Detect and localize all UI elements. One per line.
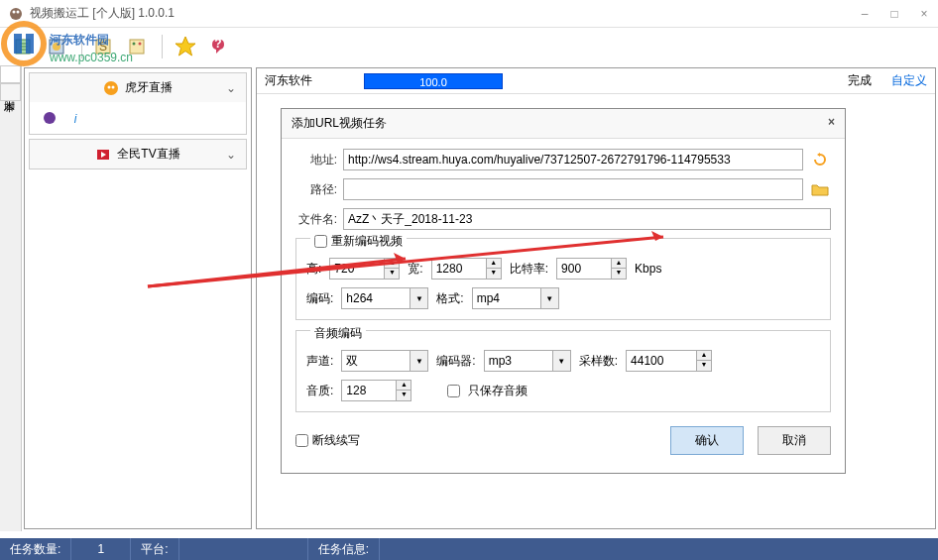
task-count-label: 任务数量: — [0, 538, 71, 560]
svg-point-15 — [139, 43, 142, 46]
spinner-up[interactable]: ▲ — [487, 259, 501, 269]
sample-input[interactable] — [626, 350, 697, 372]
combo-dropdown[interactable]: ▼ — [410, 350, 428, 372]
spinner-up[interactable]: ▲ — [697, 351, 711, 361]
close-button[interactable]: × — [918, 8, 930, 20]
spinner-up[interactable]: ▲ — [385, 259, 399, 269]
ok-button[interactable]: 确认 — [670, 426, 744, 455]
status-text: 完成 — [848, 72, 872, 89]
sidebar-item-quanmintv[interactable]: 全民TV直播 ⌄ — [30, 140, 246, 168]
chevron-down-icon: ⌄ — [226, 148, 236, 162]
dialog-close-button[interactable]: × — [828, 115, 835, 132]
titlebar: 视频搬运工 [个人版] 1.0.0.1 – □ × — [0, 0, 938, 28]
toolbar-button-4[interactable] — [124, 32, 154, 61]
svg-point-2 — [17, 10, 20, 13]
chevron-down-icon: ⌄ — [226, 81, 236, 95]
side-tab-scripts[interactable]: 脚本 — [0, 83, 21, 101]
svg-point-19 — [112, 85, 115, 88]
huya-icon — [103, 80, 119, 96]
platform-label: 平台: — [131, 538, 178, 560]
url-input[interactable] — [343, 149, 803, 170]
url-label: 地址: — [295, 152, 337, 168]
path-label: 路径: — [295, 181, 337, 198]
spinner-down[interactable]: ▼ — [487, 269, 501, 279]
combo-dropdown[interactable]: ▼ — [553, 350, 571, 372]
path-input[interactable] — [343, 178, 803, 200]
format-label: 格式: — [436, 290, 463, 307]
info-icon[interactable]: i — [67, 110, 83, 126]
toolbar-star-button[interactable] — [171, 32, 200, 61]
task-info-label: 任务信息: — [308, 538, 380, 560]
format-combo[interactable] — [472, 287, 541, 309]
purple-dot-icon[interactable] — [42, 110, 58, 126]
sample-label: 采样数: — [579, 353, 618, 370]
toolbar-separator — [81, 35, 82, 58]
add-url-dialog: 添加URL视频任务 × 地址: 路径: 文件名: — [281, 108, 846, 474]
content-title: 河东软件 — [265, 72, 364, 89]
statusbar: 任务数量: 1 平台: 任务信息: — [0, 538, 938, 560]
svg-point-20 — [44, 112, 56, 124]
audio-legend: 音频编码 — [310, 325, 366, 342]
channels-combo[interactable] — [341, 350, 410, 372]
kbps-label: Kbps — [635, 262, 661, 276]
sidebar-item-huya[interactable]: 虎牙直播 ⌄ — [30, 73, 246, 102]
codec-combo[interactable] — [341, 287, 410, 309]
content-area: 河东软件 100.0 完成 自定义 添加URL视频任务 × 地址: 路径: — [256, 67, 936, 529]
svg-point-10 — [53, 43, 60, 51]
resume-checkbox[interactable] — [295, 434, 308, 447]
custom-link[interactable]: 自定义 — [891, 72, 927, 89]
toolbar-button-1[interactable] — [10, 32, 40, 61]
channels-label: 声道: — [306, 353, 333, 370]
reencode-label: 重新编码视频 — [331, 233, 403, 250]
width-label: 宽: — [408, 261, 422, 278]
combo-dropdown[interactable]: ▼ — [410, 287, 428, 309]
audio-only-label: 只保存音频 — [468, 383, 528, 399]
spinner-up[interactable]: ▲ — [612, 259, 626, 269]
sidebar: 虎牙直播 ⌄ i 全民TV直播 ⌄ — [24, 67, 252, 529]
filename-input[interactable] — [343, 208, 831, 230]
svg-point-17 — [104, 81, 118, 95]
reencode-checkbox[interactable] — [314, 235, 327, 248]
spinner-down[interactable]: ▼ — [397, 391, 410, 400]
audio-only-checkbox[interactable] — [447, 385, 460, 397]
toolbar-button-2[interactable] — [44, 32, 73, 61]
sidebar-item-label: 虎牙直播 — [125, 79, 173, 96]
spinner-up[interactable]: ▲ — [397, 381, 410, 391]
spinner-down[interactable]: ▼ — [385, 269, 399, 279]
svg-rect-13 — [130, 40, 144, 54]
cancel-button[interactable]: 取消 — [758, 426, 831, 455]
height-label: 高: — [306, 261, 321, 278]
codec-label: 编码: — [306, 290, 333, 307]
minimize-button[interactable]: – — [859, 8, 871, 20]
dialog-title: 添加URL视频任务 — [292, 115, 387, 132]
resume-label: 断线续写 — [312, 432, 360, 449]
encoder-combo[interactable] — [484, 350, 553, 372]
svg-point-18 — [108, 85, 111, 88]
spinner-down[interactable]: ▼ — [612, 269, 626, 279]
spinner-down[interactable]: ▼ — [697, 361, 711, 371]
toolbar-button-3[interactable]: S — [90, 32, 120, 61]
height-input[interactable] — [329, 258, 385, 280]
svg-text:S: S — [99, 40, 107, 54]
sidebar-item-body: i — [30, 102, 246, 134]
quality-input[interactable] — [341, 380, 397, 401]
svg-point-1 — [13, 10, 16, 13]
side-tab-extensions[interactable]: 扩展 — [0, 65, 21, 83]
maximize-button[interactable]: □ — [888, 8, 900, 20]
sidebar-item-label: 全民TV直播 — [117, 146, 179, 163]
window-title: 视频搬运工 [个人版] 1.0.0.1 — [30, 5, 859, 22]
refresh-icon[interactable] — [809, 150, 831, 169]
filename-label: 文件名: — [295, 211, 337, 228]
bitrate-label: 比特率: — [510, 261, 548, 278]
folder-browse-icon[interactable] — [809, 179, 831, 199]
svg-point-0 — [10, 8, 22, 20]
combo-dropdown[interactable]: ▼ — [541, 287, 559, 309]
width-input[interactable] — [431, 258, 487, 280]
quality-label: 音质: — [306, 383, 333, 399]
app-icon — [8, 6, 24, 22]
task-count-value: 1 — [71, 538, 131, 560]
svg-text:i: i — [74, 112, 77, 126]
toolbar-help-button[interactable]: ? — [204, 32, 234, 61]
toolbar: S ? — [0, 28, 938, 65]
bitrate-input[interactable] — [556, 258, 612, 280]
